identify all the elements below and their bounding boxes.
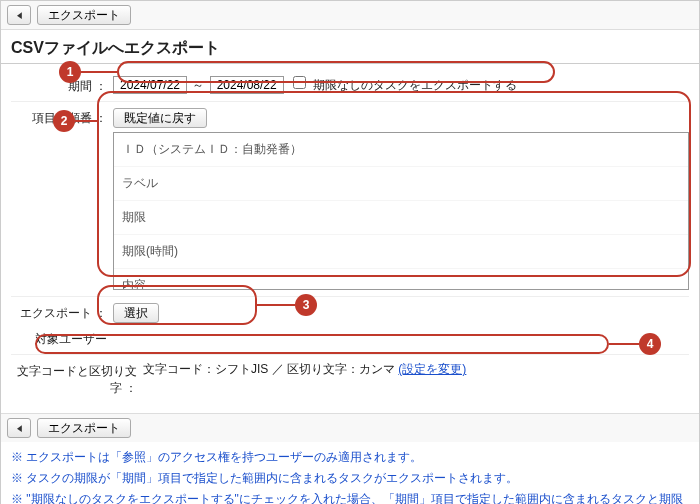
- no-deadline-checkbox[interactable]: [293, 76, 306, 89]
- period-end-input[interactable]: [210, 76, 284, 94]
- back-button[interactable]: [7, 5, 31, 25]
- export-button-top[interactable]: エクスポート: [37, 5, 131, 25]
- field-order-item[interactable]: ラベル: [114, 167, 688, 201]
- export-button-bottom[interactable]: エクスポート: [37, 418, 131, 438]
- callout-1: 1: [59, 61, 81, 83]
- note-line: ※ タスクの期限が「期間」項目で指定した範囲内に含まれるタスクがエクスポートされ…: [11, 469, 689, 488]
- field-order-item[interactable]: ＩＤ（システムＩＤ：自動発番）: [114, 133, 688, 167]
- period-start-input[interactable]: [113, 76, 187, 94]
- no-deadline-label: 期限なしのタスクをエクスポートする: [313, 78, 517, 92]
- note-line: ※ "期限なしのタスクをエクスポートする"にチェックを入れた場合、「期間」項目で…: [11, 490, 689, 504]
- export-target-sublabel: 対象ユーザー: [11, 329, 113, 348]
- field-order-item[interactable]: 内容: [114, 269, 688, 290]
- change-encoding-link[interactable]: (設定を変更): [398, 362, 466, 376]
- callout-3: 3: [295, 294, 317, 316]
- field-order-item[interactable]: 期限(時間): [114, 235, 688, 269]
- encoding-label: 文字コードと区切り文字 ：: [11, 361, 143, 397]
- callout-4: 4: [639, 333, 661, 355]
- field-order-listbox[interactable]: ＩＤ（システムＩＤ：自動発番）ラベル期限期限(時間)内容重要度アラーム: [113, 132, 689, 290]
- export-target-label: エクスポート ：: [11, 303, 113, 322]
- note-line: ※ エクスポートは「参照」のアクセス権を持つユーザーのみ適用されます。: [11, 448, 689, 467]
- page-title: CSVファイルへエクスポート: [1, 30, 699, 64]
- callout-2: 2: [53, 110, 75, 132]
- encoding-value: 文字コード：シフトJIS ／ 区切り文字：カンマ: [143, 362, 395, 376]
- period-separator: ～: [192, 78, 204, 92]
- back-button-bottom[interactable]: [7, 418, 31, 438]
- select-users-button[interactable]: 選択: [113, 303, 159, 323]
- reset-order-button[interactable]: 既定値に戻す: [113, 108, 207, 128]
- field-order-item[interactable]: 期限: [114, 201, 688, 235]
